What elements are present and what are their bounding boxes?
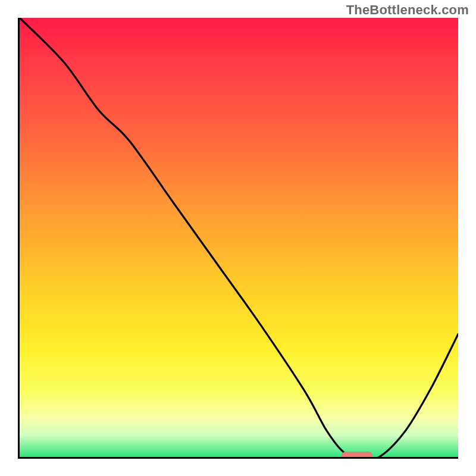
- x-axis: [18, 457, 458, 459]
- watermark-text: TheBottleneck.com: [346, 2, 469, 18]
- chart-stage: TheBottleneck.com: [0, 0, 476, 476]
- minimum-marker: [342, 452, 372, 457]
- y-axis: [18, 18, 20, 458]
- plot-area: [20, 18, 458, 457]
- bottleneck-curve: [20, 18, 458, 457]
